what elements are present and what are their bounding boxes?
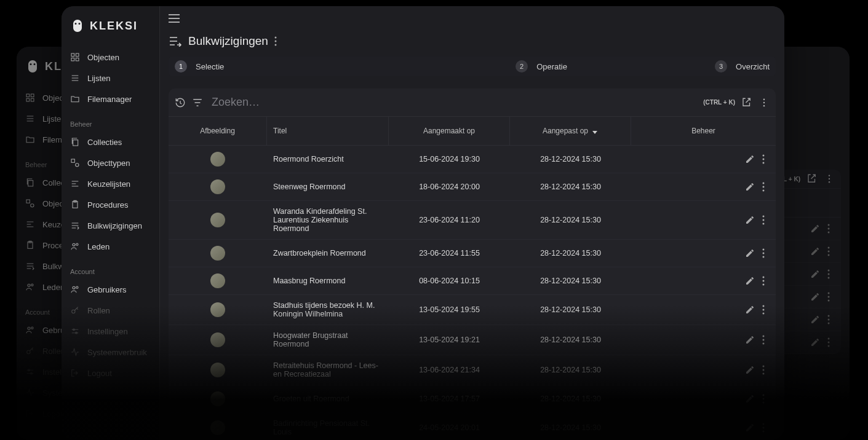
- edit-icon[interactable]: [745, 335, 755, 345]
- cell-title: Maasbrug Roermond: [267, 267, 389, 294]
- page-more-icon[interactable]: [274, 36, 277, 46]
- edit-icon[interactable]: [745, 154, 755, 164]
- cell-modified: 28-12-2024 15:30: [510, 201, 631, 239]
- sidebar-item-logout[interactable]: Logout: [62, 363, 159, 383]
- edit-icon[interactable]: [745, 215, 755, 225]
- row-more-icon[interactable]: [827, 315, 830, 324]
- col-title[interactable]: Titel: [267, 117, 389, 145]
- edit-icon[interactable]: [810, 224, 820, 234]
- step-overzicht[interactable]: 3 Overzicht: [573, 57, 776, 76]
- cell-title: Hoogwater Brugstraat Roermond: [267, 325, 389, 355]
- edit-icon[interactable]: [745, 423, 755, 433]
- more-icon[interactable]: [759, 97, 770, 108]
- sidebar-item-bulkwijzigingen[interactable]: Bulkwijzigingen: [62, 215, 159, 236]
- stack-icon: [25, 261, 35, 271]
- sidebar-item-filemanager[interactable]: Filemanager: [62, 88, 159, 109]
- table-row[interactable]: Retraitehuis Roermond - Lees- en Recreat…: [169, 355, 776, 385]
- svg-point-84: [763, 398, 765, 400]
- key-icon: [25, 346, 35, 356]
- row-more-icon[interactable]: [827, 337, 830, 347]
- sidebar-item-gebruikers[interactable]: Gebruikers: [62, 279, 159, 300]
- row-more-icon[interactable]: [827, 269, 830, 279]
- svg-point-69: [763, 253, 765, 254]
- more-icon[interactable]: [824, 173, 835, 184]
- step-selectie[interactable]: 1 Selectie: [169, 57, 371, 76]
- page-header: Bulkwijzigingen: [160, 31, 784, 57]
- edit-icon[interactable]: [810, 292, 820, 302]
- table-row[interactable]: Roermond Roerzicht15-06-2024 19:3028-12-…: [169, 146, 776, 173]
- cell-actions: [631, 146, 776, 173]
- col-modified[interactable]: Aangepast op: [510, 117, 631, 145]
- edit-icon[interactable]: [810, 269, 820, 279]
- cell-image: [169, 295, 267, 324]
- new-icon[interactable]: [806, 173, 818, 184]
- col-created[interactable]: Aangemaakt op: [389, 117, 510, 145]
- cell-created: 15-06-2024 19:30: [389, 146, 510, 173]
- table-row[interactable]: Badinrichting Pensionaat St. Louis24-05-…: [169, 413, 776, 440]
- edit-icon[interactable]: [810, 315, 820, 324]
- svg-point-64: [763, 190, 765, 192]
- row-more-icon[interactable]: [762, 276, 765, 286]
- row-more-icon[interactable]: [762, 154, 765, 164]
- nav-beheer: BeheerCollectiesObjecttypenKeuzelijstenP…: [62, 112, 159, 259]
- row-more-icon[interactable]: [762, 394, 765, 404]
- sidebar-item-collecties[interactable]: Collecties: [62, 132, 159, 152]
- cell-image: [169, 201, 267, 239]
- row-more-icon[interactable]: [762, 423, 765, 433]
- cell-image: [169, 325, 267, 355]
- step-operatie[interactable]: 2 Operatie: [371, 57, 573, 76]
- sidebar-item-systeemverbruik[interactable]: Systeemverbruik: [62, 342, 159, 363]
- new-item-icon[interactable]: [741, 97, 752, 108]
- svg-point-27: [828, 277, 830, 279]
- sidebar-item-lijsten[interactable]: Lijsten: [62, 68, 159, 88]
- sidebar-item-rollen[interactable]: Rollen: [62, 300, 159, 321]
- row-more-icon[interactable]: [827, 246, 830, 256]
- row-more-icon[interactable]: [762, 365, 765, 375]
- row-more-icon[interactable]: [762, 182, 765, 192]
- edit-icon[interactable]: [810, 246, 820, 256]
- sidebar-item-keuzelijsten[interactable]: Keuzelijsten: [62, 173, 159, 194]
- cell-title: Steenweg Roermond: [267, 173, 389, 200]
- row-more-icon[interactable]: [762, 335, 765, 345]
- sidebar-item-objecttypen[interactable]: Objecttypen: [62, 152, 159, 173]
- folder-icon: [70, 94, 80, 104]
- table-row[interactable]: Stadhuis tijdens bezoek H. M. Koningin W…: [169, 295, 776, 325]
- svg-point-26: [828, 273, 830, 275]
- filter-icon[interactable]: [192, 97, 203, 108]
- nav-label: Gebruikers: [87, 285, 127, 294]
- row-more-icon[interactable]: [762, 248, 765, 258]
- row-more-icon[interactable]: [762, 215, 765, 225]
- search-input[interactable]: [209, 92, 697, 112]
- logout-icon: [25, 409, 35, 418]
- svg-point-49: [76, 286, 78, 288]
- col-image[interactable]: Afbeelding: [169, 117, 267, 145]
- edit-icon[interactable]: [745, 394, 755, 404]
- table-row[interactable]: Groeten uit Roermond13-05-2024 17:5728-1…: [169, 385, 776, 413]
- row-more-icon[interactable]: [827, 224, 830, 234]
- row-more-icon[interactable]: [762, 305, 765, 315]
- sidebar-item-procedures[interactable]: Procedures: [62, 194, 159, 215]
- table-row[interactable]: Steenweg Roermond18-06-2024 20:0028-12-2…: [169, 173, 776, 201]
- hamburger-icon[interactable]: [169, 14, 180, 23]
- table-row[interactable]: Waranda Kinderafdeling St. Laurentius Zi…: [169, 201, 776, 240]
- nav-label: Objecttypen: [87, 159, 130, 168]
- row-more-icon[interactable]: [827, 292, 830, 302]
- cell-modified: 28-12-2024 15:30: [510, 146, 631, 173]
- table-row[interactable]: Hoogwater Brugstraat Roermond13-05-2024 …: [169, 325, 776, 355]
- app-logo[interactable]: KLEKSI: [62, 14, 159, 44]
- edit-icon[interactable]: [745, 276, 755, 286]
- svg-point-10: [31, 284, 33, 286]
- sidebar-item-instellingen[interactable]: Instellingen: [62, 321, 159, 342]
- edit-icon[interactable]: [810, 337, 820, 347]
- svg-point-11: [28, 327, 30, 329]
- edit-icon[interactable]: [745, 182, 755, 192]
- table-row[interactable]: Zwartbroekplein Roermond23-06-2024 11:55…: [169, 240, 776, 267]
- history-icon[interactable]: [175, 97, 186, 108]
- sidebar-item-objecten[interactable]: Objecten: [62, 47, 159, 68]
- edit-icon[interactable]: [745, 365, 755, 375]
- edit-icon[interactable]: [745, 248, 755, 258]
- edit-icon[interactable]: [745, 305, 755, 315]
- table-row[interactable]: Maasbrug Roermond08-06-2024 10:1528-12-2…: [169, 267, 776, 295]
- svg-point-21: [828, 232, 830, 234]
- sidebar-item-leden[interactable]: Leden: [62, 236, 159, 257]
